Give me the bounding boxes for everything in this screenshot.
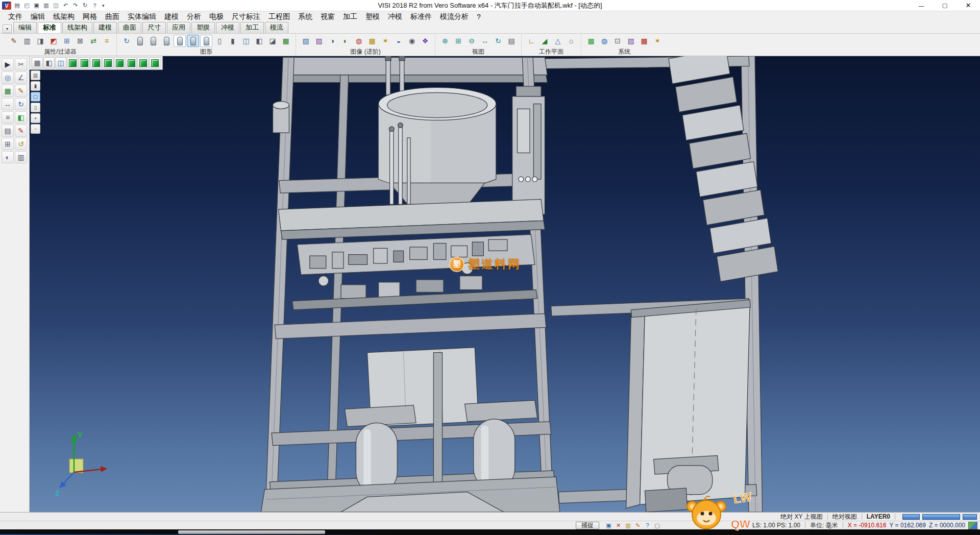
palette-icon[interactable]: ◐ [2,151,14,163]
grid-settings-icon[interactable]: ▦ [585,35,597,47]
coordinate-system-icon[interactable] [968,522,977,529]
menu-system[interactable]: 系统 [294,12,316,22]
image-quality-icon[interactable]: ▧ [300,35,312,47]
workplane-view-icon[interactable]: ◢ [538,35,551,47]
image-capture-icon[interactable]: ▨ [625,35,637,47]
trim-icon[interactable]: ✂ [15,58,27,70]
quick-access-dropdown-icon[interactable]: ▾ [101,3,106,8]
section-view-icon[interactable]: ▮ [227,35,239,47]
menu-mold[interactable]: 塑模 [361,12,384,22]
menu-wireframe[interactable]: 线架构 [49,12,79,22]
print-icon[interactable]: ▥ [42,2,51,10]
dynamic-rotate-icon[interactable]: ◫ [55,57,66,68]
menu-surface[interactable]: 曲面 [101,12,124,22]
edge-display-icon[interactable]: ◧ [253,35,265,47]
menu-machining[interactable]: 加工 [339,12,361,22]
3d-viewport[interactable]: ▦◧◫ ▥▮▢▯▪▫ [30,56,980,512]
shaded-display-icon[interactable]: ◧ [43,57,55,68]
delete-state-icon[interactable]: ✕ [614,521,623,529]
view-left-icon[interactable] [114,57,125,68]
save-file-icon[interactable]: ▣ [32,2,41,10]
redline-icon[interactable]: ✎ [15,125,27,137]
tab-machining[interactable]: 加工 [240,22,264,33]
filter-mesh-button[interactable]: ▫ [31,124,40,134]
workplane-3pt-icon[interactable]: △ [552,35,564,47]
sketch-icon[interactable]: ✎ [15,85,27,97]
color-filter-icon[interactable]: ◩ [47,35,60,47]
layers-icon[interactable]: ≡ [2,111,14,124]
view-bottom-icon[interactable] [137,57,149,68]
material-view-icon[interactable]: ◍ [353,35,365,47]
view-list-icon[interactable]: ▤ [505,35,518,47]
menu-help[interactable]: ? [473,12,485,21]
dynamic-shade-mode-icon[interactable] [187,35,199,47]
layer-filter-icon[interactable]: ≡ [101,35,113,47]
workplane-reset-icon[interactable]: ⌂ [565,35,577,47]
maximize-button[interactable]: ▢ [933,0,957,11]
active-layer-button[interactable]: LAYER0 [867,513,890,520]
draft-display-icon[interactable]: ◫ [240,35,252,47]
light-settings-icon[interactable]: ✶ [379,35,391,47]
attribute-brush-icon[interactable]: ✎ [8,35,20,47]
snap-toggle-button[interactable]: 捕捉 [576,522,599,529]
notes-icon[interactable]: ▤ [2,125,14,137]
view-iso-icon[interactable] [67,57,78,68]
world-settings-icon[interactable]: ◍ [598,35,610,47]
tab-molding[interactable]: 塑膜 [191,22,215,33]
tab-modeling[interactable]: 建模 [93,22,117,33]
view-back-icon[interactable] [102,57,113,68]
absolute-view-mode[interactable]: 绝对 XY 上视图 [780,513,822,521]
table-settings-icon[interactable]: ▩ [638,35,650,47]
zoom-previous-icon[interactable]: ⊖ [465,35,478,47]
rotate-icon[interactable]: ↻ [15,98,27,110]
grid-display-icon[interactable]: ▦ [280,35,292,47]
element-filter-icon[interactable]: ◨ [34,35,46,47]
solid-box-icon[interactable]: ◧ [15,111,27,124]
view-axon-icon[interactable] [149,57,160,68]
tab-surface[interactable]: 曲面 [118,22,141,33]
close-button[interactable]: ✕ [957,0,980,11]
save-state-icon[interactable]: ▣ [604,521,613,529]
refresh-icon[interactable]: ↻ [81,2,89,10]
hidden-line-mode-icon[interactable] [147,35,159,47]
minimize-button[interactable]: — [910,0,933,11]
preview-icon[interactable]: ◫ [52,2,60,10]
undo-icon[interactable]: ↶ [61,2,70,10]
menu-drawing[interactable]: 工程图 [264,12,294,22]
reflection-icon[interactable]: ◐ [339,35,352,47]
snapshot-icon[interactable]: ◉ [406,35,418,47]
menu-solid-edit[interactable]: 实体编辑 [124,12,160,22]
box-state-icon[interactable]: ▢ [653,521,662,529]
redo-icon[interactable]: ↷ [71,2,80,10]
filter-all-button[interactable]: ▥ [31,70,40,80]
open-file-icon[interactable]: ◰ [22,2,31,10]
mask-filter-icon[interactable]: ⊠ [74,35,86,47]
texture-view-icon[interactable]: ▦ [366,35,378,47]
plot-tool-icon[interactable]: ▥ [15,151,27,163]
menu-moldflow[interactable]: 模流分析 [436,12,473,22]
tab-wireframe[interactable]: 线架构 [62,22,92,33]
tab-stamping[interactable]: 冲模 [216,22,239,33]
shadow-display-icon[interactable]: ◪ [266,35,279,47]
shaded-edges-mode-icon[interactable] [174,35,186,47]
background-color-icon[interactable]: ◒ [393,35,405,47]
measure-icon[interactable]: ∠ [15,71,27,84]
render-advanced-icon[interactable]: ❖ [419,35,431,47]
menu-dimension[interactable]: 尺寸标注 [228,12,264,22]
menu-window[interactable]: 视窗 [316,12,339,22]
redraw-icon[interactable]: ↻ [120,35,133,47]
tab-dimension[interactable]: 尺寸 [142,22,166,33]
absolute-view-toggle[interactable]: 绝对视图 [832,513,857,521]
quick-select-icon[interactable]: ⇄ [87,35,100,47]
display-settings-icon[interactable]: ⊡ [611,35,624,47]
filter-solid-button[interactable]: ▮ [31,81,40,91]
select-arrow-icon[interactable]: ▶ [2,58,14,70]
help-quick-icon[interactable]: ? [90,2,99,10]
zoom-fit-icon[interactable]: ⊕ [439,35,451,47]
shaded-mode-icon[interactable] [160,35,173,47]
tab-standard[interactable]: 标准 [38,22,61,33]
menu-mesh[interactable]: 网格 [79,12,101,22]
filter-wireframe-button[interactable]: ▯ [31,103,40,112]
menu-die[interactable]: 冲模 [384,12,406,22]
view-front-icon[interactable] [90,57,102,68]
